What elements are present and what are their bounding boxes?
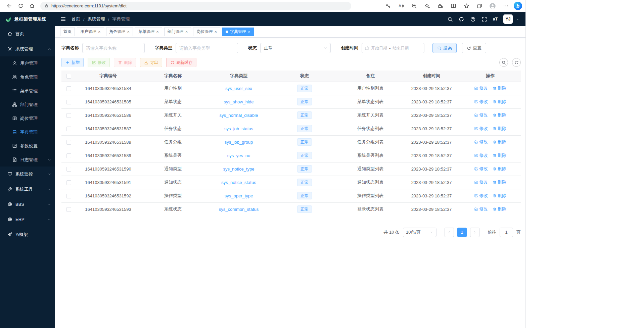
fullscreen-icon[interactable] (481, 16, 487, 22)
row-edit-button[interactable]: 修改 (474, 166, 488, 172)
dict-type-link[interactable]: sys_oper_type (225, 193, 253, 198)
toggle-search-icon[interactable] (499, 58, 508, 67)
breadcrumb-item[interactable]: 字典管理 (112, 16, 130, 22)
row-edit-button[interactable]: 修改 (474, 179, 488, 185)
edit-button[interactable]: 修改 (88, 58, 110, 67)
close-icon[interactable]: × (248, 30, 250, 34)
row-checkbox[interactable] (66, 180, 71, 185)
sidebar-item-tools[interactable]: 系统工具 (0, 182, 55, 197)
sidebar-item-dept[interactable]: 部门管理 (0, 98, 55, 111)
add-button[interactable]: 新增 (61, 58, 84, 67)
browser-refresh-button[interactable] (15, 1, 26, 11)
export-button[interactable]: 导出 (140, 58, 162, 67)
user-avatar[interactable]: YJ (503, 14, 513, 24)
site-info-icon[interactable] (44, 4, 49, 8)
add-favorite-icon[interactable] (422, 1, 432, 11)
row-edit-button[interactable]: 修改 (474, 193, 488, 199)
page-size-select[interactable]: 10条/页 (403, 228, 436, 237)
extensions-icon[interactable] (435, 1, 445, 11)
row-edit-button[interactable]: 修改 (474, 112, 488, 118)
row-checkbox[interactable] (66, 153, 71, 158)
row-delete-button[interactable]: 删除 (493, 152, 506, 158)
split-screen-icon[interactable] (448, 1, 458, 11)
view-tab[interactable]: 首页 (60, 28, 75, 36)
close-icon[interactable]: × (185, 30, 188, 34)
close-icon[interactable]: × (127, 30, 130, 34)
sidebar-item-home[interactable]: 首页 (0, 26, 55, 41)
sidebar-item-erp[interactable]: ERP (0, 212, 55, 227)
row-delete-button[interactable]: 删除 (493, 126, 506, 132)
row-checkbox[interactable] (66, 86, 71, 91)
row-checkbox[interactable] (66, 167, 71, 172)
status-select[interactable]: 正常 (260, 43, 331, 53)
row-checkbox[interactable] (66, 140, 71, 145)
browser-home-button[interactable] (26, 1, 38, 11)
refresh-cache-button[interactable]: 刷新缓存 (166, 58, 196, 67)
prev-page-button[interactable] (445, 228, 454, 237)
dict-type-link[interactable]: sys_notice_type (223, 167, 254, 172)
browser-back-button[interactable] (3, 1, 15, 11)
dict-type-input[interactable] (176, 43, 238, 53)
search-button[interactable]: 搜索 (432, 43, 457, 53)
dict-type-link[interactable]: sys_common_status (219, 207, 259, 212)
help-icon[interactable] (470, 16, 476, 22)
sidebar-item-param[interactable]: 参数设置 (0, 139, 55, 153)
row-delete-button[interactable]: 删除 (493, 139, 506, 145)
sidebar-item-system[interactable]: 系统管理 (0, 41, 55, 56)
dict-type-link[interactable]: sys_yes_no (227, 153, 250, 158)
breadcrumb-item[interactable]: 系统管理 (88, 16, 105, 22)
view-tab[interactable]: 菜单管理× (135, 28, 162, 36)
delete-button[interactable]: 删除 (114, 58, 136, 67)
row-checkbox[interactable] (66, 127, 71, 131)
row-delete-button[interactable]: 删除 (493, 206, 506, 212)
row-delete-button[interactable]: 删除 (493, 193, 506, 199)
sidebar-item-role[interactable]: 角色管理 (0, 70, 55, 84)
dict-type-link[interactable]: sys_show_hide (224, 99, 254, 104)
row-checkbox[interactable] (66, 194, 71, 198)
row-edit-button[interactable]: 修改 (474, 99, 488, 105)
row-delete-button[interactable]: 删除 (493, 112, 506, 118)
favorites-icon[interactable] (461, 1, 471, 11)
row-delete-button[interactable]: 删除 (493, 85, 506, 91)
header-search-icon[interactable] (447, 16, 453, 22)
view-tab[interactable]: 岗位管理× (193, 28, 220, 36)
row-delete-button[interactable]: 删除 (493, 99, 506, 105)
close-icon[interactable]: × (98, 30, 101, 34)
github-icon[interactable] (459, 16, 464, 22)
browser-address-bar[interactable]: https://ccnetcore.com:1101/system/dict (40, 2, 351, 10)
page-number-button[interactable]: 1 (457, 228, 467, 237)
browser-menu-icon[interactable] (501, 1, 511, 11)
font-size-icon[interactable]: aT (493, 17, 498, 21)
row-delete-button[interactable]: 删除 (493, 179, 506, 185)
sidebar-item-bbs[interactable]: BBS (0, 197, 55, 212)
sidebar-item-log[interactable]: 日志管理 (0, 153, 55, 167)
read-aloud-icon[interactable]: A (396, 1, 406, 11)
dict-type-link[interactable]: sys_notice_status (221, 180, 256, 185)
view-tab[interactable]: 角色管理× (106, 28, 133, 36)
sidebar-item-menu[interactable]: 菜单管理 (0, 84, 55, 98)
dict-type-link[interactable]: sys_job_status (224, 126, 253, 131)
sidebar-item-post[interactable]: 岗位管理 (0, 111, 55, 125)
menu-collapse-icon[interactable] (60, 16, 66, 22)
refresh-table-icon[interactable] (512, 58, 521, 67)
row-checkbox[interactable] (66, 100, 71, 104)
breadcrumb-item[interactable]: 首页 (72, 16, 80, 22)
date-range-picker[interactable]: 开始日期 - 结束日期 (362, 43, 424, 53)
row-edit-button[interactable]: 修改 (474, 139, 488, 145)
view-tab[interactable]: 部门管理× (164, 28, 191, 36)
close-icon[interactable]: × (156, 30, 159, 34)
collections-icon[interactable] (474, 1, 485, 11)
sidebar-item-yi[interactable]: Yi框架 (0, 227, 55, 242)
dict-type-link[interactable]: sys_job_group (225, 140, 253, 145)
sidebar-item-dict[interactable]: 字典管理 (0, 125, 55, 139)
row-delete-button[interactable]: 删除 (493, 166, 506, 172)
dict-name-input[interactable] (82, 43, 145, 53)
row-checkbox[interactable] (66, 113, 71, 118)
select-all-checkbox[interactable] (66, 74, 71, 79)
row-edit-button[interactable]: 修改 (474, 152, 488, 158)
password-key-icon[interactable] (383, 1, 393, 11)
row-edit-button[interactable]: 修改 (474, 126, 488, 132)
row-edit-button[interactable]: 修改 (474, 206, 488, 212)
browser-profile-avatar[interactable] (488, 1, 498, 11)
row-edit-button[interactable]: 修改 (474, 85, 488, 91)
